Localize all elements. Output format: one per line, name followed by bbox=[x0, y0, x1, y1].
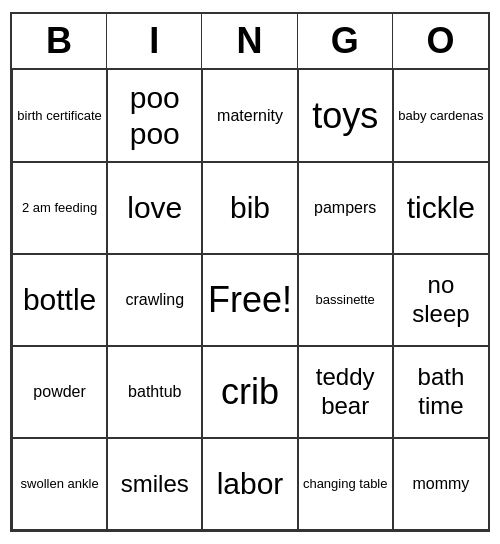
bingo-cell: teddy bear bbox=[298, 346, 393, 438]
bingo-cell: swollen ankle bbox=[12, 438, 107, 530]
bingo-grid: birth certificatepoo poomaternitytoysbab… bbox=[12, 70, 488, 530]
bingo-cell: crawling bbox=[107, 254, 202, 346]
bingo-cell: bassinette bbox=[298, 254, 393, 346]
bingo-cell: bib bbox=[202, 162, 297, 254]
bingo-cell: 2 am feeding bbox=[12, 162, 107, 254]
bingo-cell: powder bbox=[12, 346, 107, 438]
bingo-card: BINGO birth certificatepoo poomaternityt… bbox=[10, 12, 490, 532]
bingo-cell: pampers bbox=[298, 162, 393, 254]
header-letter: O bbox=[393, 14, 488, 68]
bingo-cell: poo poo bbox=[107, 70, 202, 162]
bingo-cell: bathtub bbox=[107, 346, 202, 438]
header-letter: B bbox=[12, 14, 107, 68]
bingo-cell: maternity bbox=[202, 70, 297, 162]
bingo-cell: birth certificate bbox=[12, 70, 107, 162]
header-letter: G bbox=[298, 14, 393, 68]
bingo-cell: no sleep bbox=[393, 254, 488, 346]
bingo-header: BINGO bbox=[12, 14, 488, 70]
bingo-cell: toys bbox=[298, 70, 393, 162]
header-letter: I bbox=[107, 14, 202, 68]
bingo-cell: bottle bbox=[12, 254, 107, 346]
header-letter: N bbox=[202, 14, 297, 68]
bingo-cell: crib bbox=[202, 346, 297, 438]
bingo-cell: mommy bbox=[393, 438, 488, 530]
bingo-cell: baby cardenas bbox=[393, 70, 488, 162]
bingo-cell: bath time bbox=[393, 346, 488, 438]
bingo-cell: Free! bbox=[202, 254, 297, 346]
bingo-cell: tickle bbox=[393, 162, 488, 254]
bingo-cell: smiles bbox=[107, 438, 202, 530]
bingo-cell: labor bbox=[202, 438, 297, 530]
bingo-cell: changing table bbox=[298, 438, 393, 530]
bingo-cell: love bbox=[107, 162, 202, 254]
